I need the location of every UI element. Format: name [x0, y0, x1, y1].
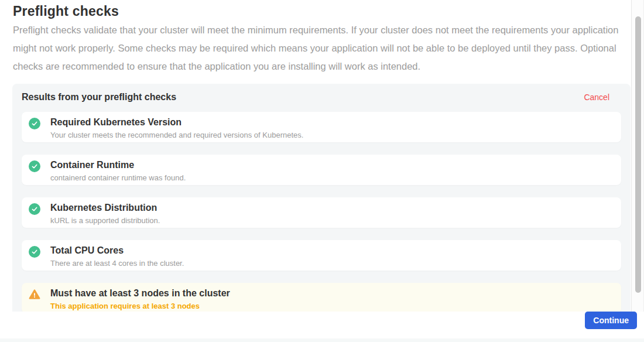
- check-message: kURL is a supported distribution.: [50, 216, 160, 225]
- warning-triangle-icon: [29, 289, 40, 300]
- continue-button[interactable]: Continue: [585, 312, 637, 329]
- check-circle-icon: [29, 246, 40, 258]
- check-message: There are at least 4 cores in the cluste…: [50, 259, 184, 268]
- check-title: Required Kubernetes Version: [50, 117, 303, 128]
- cancel-button[interactable]: Cancel: [584, 93, 609, 102]
- check-texts: Required Kubernetes Version Your cluster…: [50, 117, 303, 140]
- check-title: Total CPU Cores: [50, 245, 184, 256]
- preflight-results-panel: Results from your preflight checks Cance…: [12, 84, 631, 312]
- results-header: Results from your preflight checks: [22, 92, 176, 102]
- bottom-strip: [0, 338, 644, 342]
- scrollbar-thumb[interactable]: [635, 16, 641, 293]
- page-title: Preflight checks: [13, 4, 119, 19]
- preflight-page: Preflight checks Preflight checks valida…: [0, 0, 644, 342]
- check-title: Kubernetes Distribution: [50, 202, 160, 214]
- check-card-warn: Must have at least 3 nodes in the cluste…: [22, 283, 621, 312]
- check-title: Must have at least 3 nodes in the cluste…: [50, 288, 230, 299]
- check-texts: Total CPU Cores There are at least 4 cor…: [50, 245, 184, 268]
- panel-header: Results from your preflight checks Cance…: [22, 92, 621, 102]
- check-message: This application requires at least 3 nod…: [50, 302, 230, 311]
- footer-bar: Continue: [0, 312, 644, 338]
- check-texts: Container Runtime containerd container r…: [50, 159, 186, 183]
- check-card-pass: Total CPU Cores There are at least 4 cor…: [22, 240, 621, 271]
- check-circle-icon: [29, 203, 40, 215]
- checks-list: Required Kubernetes Version Your cluster…: [22, 112, 621, 312]
- check-card-pass: Container Runtime containerd container r…: [22, 155, 621, 185]
- check-card-pass: Required Kubernetes Version Your cluster…: [22, 112, 621, 142]
- check-message: containerd container runtime was found.: [50, 173, 186, 183]
- check-title: Container Runtime: [50, 159, 186, 171]
- check-circle-icon: [29, 118, 40, 129]
- check-card-pass: Kubernetes Distribution kURL is a suppor…: [22, 197, 621, 228]
- check-texts: Must have at least 3 nodes in the cluste…: [50, 288, 230, 311]
- scrollbar-track[interactable]: [631, 0, 644, 312]
- check-circle-icon: [29, 160, 40, 172]
- check-message: Your cluster meets the recommended and r…: [50, 131, 303, 140]
- page-description: Preflight checks validate that your clus…: [13, 21, 626, 76]
- check-texts: Kubernetes Distribution kURL is a suppor…: [50, 202, 160, 225]
